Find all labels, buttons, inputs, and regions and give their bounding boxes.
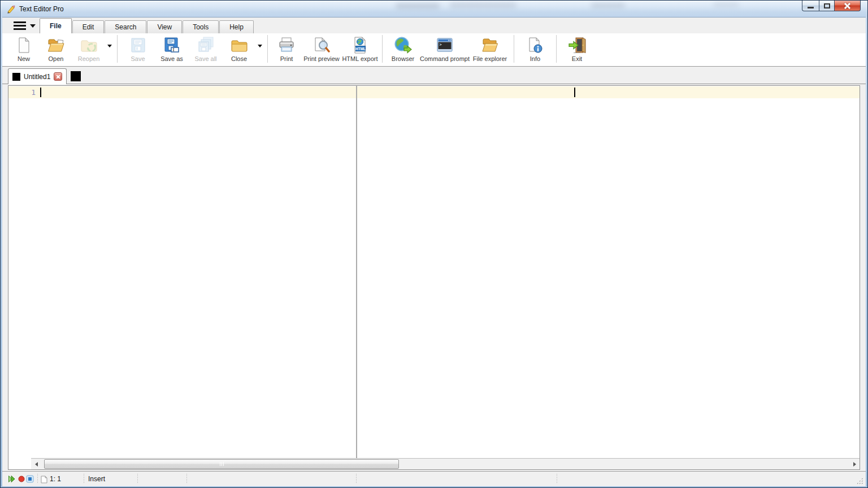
close-folder-icon <box>230 36 248 54</box>
button-label: Close <box>231 55 247 63</box>
button-label: Print <box>280 55 293 63</box>
maximize-button[interactable] <box>819 1 835 11</box>
reopen-dropdown-button[interactable] <box>105 25 114 66</box>
close-button[interactable] <box>835 1 861 11</box>
command-prompt-button[interactable]: > Command prompt <box>420 33 470 66</box>
main-menu-button[interactable] <box>10 19 40 32</box>
button-label: Browser <box>392 55 414 63</box>
desktop-blur-artifact <box>591 3 625 8</box>
status-bar: 1: 1 Insert <box>2 471 866 486</box>
info-button[interactable]: Info <box>518 33 553 66</box>
html-export-button[interactable]: HTML HTML export <box>341 33 379 66</box>
document-tab-untitled1[interactable]: Untitled1 <box>8 68 67 84</box>
prompt-glyph-text: > <box>440 42 442 47</box>
line-number: 1 <box>8 88 36 97</box>
toolbar-separator <box>382 35 383 63</box>
horizontal-scrollbar[interactable] <box>8 458 860 469</box>
file-explorer-button[interactable]: File explorer <box>470 33 510 66</box>
print-preview-button[interactable]: Print preview <box>302 33 341 66</box>
button-label: HTML export <box>342 55 377 63</box>
reopen-folder-icon <box>80 36 98 54</box>
statusbar-separator <box>37 474 38 484</box>
maximize-icon <box>824 3 830 8</box>
tab-file[interactable]: File <box>40 18 72 33</box>
close-file-button[interactable]: Close <box>223 33 255 66</box>
titlebar-gloss <box>0 1 868 2</box>
ribbon-toolbar: New Open Reope <box>2 33 866 67</box>
document-tab-bar: Untitled1 <box>2 67 866 84</box>
statusbar-separator <box>137 474 138 484</box>
browser-button[interactable]: Browser <box>386 33 420 66</box>
exit-button[interactable]: Exit <box>560 33 594 66</box>
save-button[interactable]: Save <box>121 33 155 66</box>
save-as-floppy-icon <box>163 36 181 54</box>
tab-view[interactable]: View <box>147 20 182 33</box>
minimize-icon <box>808 7 814 8</box>
editor-split-divider[interactable] <box>356 86 357 458</box>
tab-tools[interactable]: Tools <box>183 20 219 33</box>
reopen-button[interactable]: Reopen <box>72 33 105 66</box>
statusbar-separator <box>186 474 187 484</box>
tab-help-label: Help <box>229 23 244 31</box>
toolbar-separator <box>117 35 118 63</box>
resize-grip[interactable] <box>856 477 864 485</box>
scroll-left-button[interactable] <box>31 459 41 469</box>
print-button[interactable]: Print <box>271 33 302 66</box>
text-caret <box>40 88 41 97</box>
printer-icon <box>277 36 296 54</box>
button-label: Open <box>49 55 64 63</box>
button-label: File explorer <box>473 55 507 63</box>
tab-help[interactable]: Help <box>219 20 254 33</box>
button-label: Exit <box>572 55 582 63</box>
button-label: Info <box>530 55 540 63</box>
scrollbar-thumb[interactable] <box>44 459 399 469</box>
chevron-down-icon <box>258 45 262 47</box>
new-document-icon <box>15 36 33 54</box>
tab-edit-label: Edit <box>83 23 94 31</box>
button-label: Save <box>131 55 145 63</box>
tab-file-label: File <box>50 22 62 30</box>
chevron-down-icon <box>107 45 112 47</box>
macro-record-icon[interactable] <box>18 475 25 483</box>
tab-tools-label: Tools <box>193 23 209 31</box>
save-all-button[interactable]: Save all <box>189 33 223 66</box>
close-icon <box>844 3 851 9</box>
close-dropdown-button[interactable] <box>255 25 264 66</box>
statusbar-separator <box>356 474 357 484</box>
new-button[interactable]: New <box>8 33 40 66</box>
toolbar-separator <box>514 35 514 63</box>
tab-bar-square-glyph[interactable] <box>71 71 81 81</box>
statusbar-separator <box>84 474 84 484</box>
hamburger-icon <box>14 21 26 30</box>
open-button[interactable]: Open <box>40 33 72 66</box>
tab-view-label: View <box>157 23 172 31</box>
chevron-down-icon <box>30 24 36 28</box>
editor-area[interactable]: 1 <box>8 86 860 458</box>
insert-mode-indicator: Insert <box>88 475 105 483</box>
arrow-left-icon <box>35 462 38 467</box>
arrow-right-icon <box>853 462 856 467</box>
button-label: Reopen <box>78 55 100 63</box>
minimize-button[interactable] <box>802 1 819 11</box>
macro-stop-icon[interactable] <box>26 475 34 483</box>
pencil-app-icon <box>6 4 16 14</box>
toolbar-separator <box>556 35 557 63</box>
save-all-floppies-icon <box>197 36 215 54</box>
desktop-blur-artifact <box>713 2 739 7</box>
button-label: Save all <box>194 55 216 63</box>
tab-close-button[interactable] <box>54 72 62 81</box>
document-tab-label: Untitled1 <box>24 73 50 81</box>
titlebar: Text Editor Pro <box>0 0 868 17</box>
save-as-button[interactable]: Save as <box>155 33 189 66</box>
html-export-icon: HTML <box>351 36 369 54</box>
info-icon <box>526 36 544 54</box>
scroll-right-button[interactable] <box>849 459 860 469</box>
tab-edit[interactable]: Edit <box>72 20 105 33</box>
exit-door-icon <box>568 36 586 54</box>
current-line-highlight <box>8 86 860 98</box>
html-badge-text: HTML <box>355 47 366 51</box>
save-floppy-icon <box>129 36 147 54</box>
macro-play-icon[interactable] <box>8 475 16 483</box>
button-label: Command prompt <box>420 55 470 63</box>
menu-tabs: File Edit Search View Tools Help <box>40 18 254 33</box>
